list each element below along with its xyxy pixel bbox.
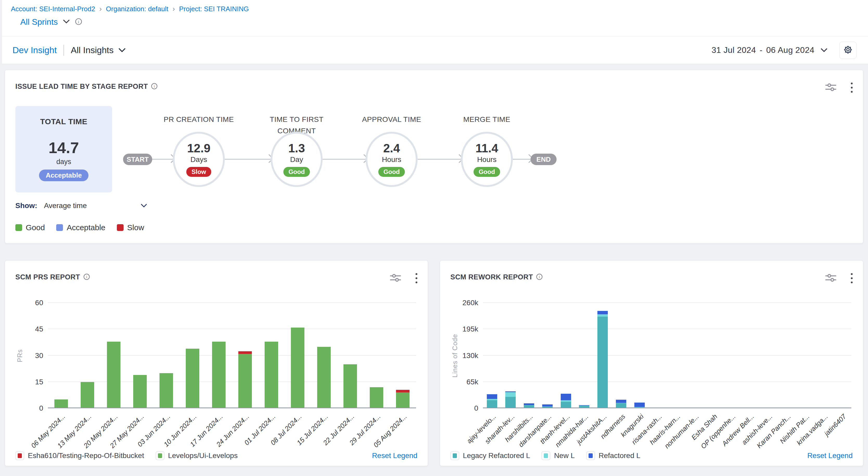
bar-column[interactable] <box>311 303 337 408</box>
stage-approval-time[interactable]: 2.4 Hours Good <box>366 132 417 187</box>
bar-segment[interactable] <box>212 341 225 409</box>
bar-segment[interactable] <box>542 405 553 407</box>
insights-dropdown[interactable]: All Insights <box>71 45 126 55</box>
bar-segment[interactable] <box>133 375 147 408</box>
bar-column[interactable] <box>501 303 520 408</box>
bar-segment[interactable] <box>159 373 173 408</box>
bar-column[interactable] <box>364 303 390 408</box>
bar-column[interactable] <box>206 303 232 408</box>
insights-dropdown-label[interactable]: All Insights <box>71 45 114 55</box>
legend-item-legacy-refactored[interactable]: Legacy Refactored L <box>451 451 530 460</box>
bar-column[interactable] <box>722 303 741 408</box>
bar-column[interactable] <box>649 303 667 408</box>
bar-column[interactable] <box>520 303 538 408</box>
bar-column[interactable] <box>48 303 74 408</box>
bar-column[interactable] <box>667 303 686 408</box>
bar-column[interactable] <box>285 303 311 408</box>
bar-segment[interactable] <box>561 394 571 400</box>
bar-column[interactable] <box>593 303 612 408</box>
show-value[interactable]: Average time <box>44 202 87 210</box>
legend-item-slow[interactable]: Slow <box>117 223 144 232</box>
bar-column[interactable] <box>704 303 722 408</box>
bar-column[interactable] <box>778 303 796 408</box>
chevron-down-icon[interactable] <box>62 19 70 25</box>
sprint-selector[interactable]: All Sprints i <box>20 17 82 27</box>
show-dropdown[interactable]: Show: Average time <box>16 202 148 210</box>
bar-column[interactable] <box>127 303 153 408</box>
stage-time-to-first-comment[interactable]: 1.3 Day Good <box>271 132 323 187</box>
stage-pr-creation-time[interactable]: 12.9 Days Slow <box>173 132 225 187</box>
bar-segment[interactable] <box>54 399 68 408</box>
bar-column[interactable] <box>538 303 557 408</box>
bar-segment[interactable] <box>317 347 331 408</box>
date-range-picker[interactable]: 31 Jul 2024 - 06 Aug 2024 <box>712 45 828 55</box>
bar-column[interactable] <box>100 303 127 408</box>
bar-column[interactable] <box>258 303 285 408</box>
stage-merge-time[interactable]: 11.4 Hours Good <box>461 132 513 187</box>
bar-segment[interactable] <box>291 328 304 408</box>
bar-column[interactable] <box>796 303 815 408</box>
breadcrumb-account[interactable]: Account: SEI-Internal-Prod2 <box>11 5 95 13</box>
bar-column[interactable] <box>337 303 364 408</box>
reset-legend-link[interactable]: Reset Legend <box>807 451 852 460</box>
kebab-menu-icon[interactable] <box>850 272 854 284</box>
legend-item-new[interactable]: New L <box>541 451 575 460</box>
info-icon[interactable]: i <box>83 273 90 281</box>
legend-item-acceptable[interactable]: Acceptable <box>56 223 105 232</box>
breadcrumb-project[interactable]: Project: SEI TRAINING <box>179 5 249 13</box>
bar-segment[interactable] <box>487 394 497 399</box>
bar-column[interactable] <box>741 303 759 408</box>
bar-segment[interactable] <box>597 314 608 317</box>
bar-column[interactable] <box>74 303 100 408</box>
chevron-down-icon[interactable] <box>140 202 148 210</box>
bar-segment[interactable] <box>597 317 608 408</box>
reset-legend-link[interactable]: Reset Legend <box>372 451 417 460</box>
info-icon[interactable]: i <box>75 18 82 26</box>
insight-name[interactable]: Dev Insight <box>12 45 57 55</box>
bar-segment[interactable] <box>597 311 608 314</box>
bar-segment[interactable] <box>186 349 199 409</box>
bar-column[interactable] <box>575 303 593 408</box>
kebab-menu-icon[interactable] <box>414 272 418 284</box>
settings-button[interactable] <box>839 42 857 59</box>
bar-column[interactable] <box>153 303 179 408</box>
bar-segment[interactable] <box>265 341 278 409</box>
gear-icon <box>843 45 853 56</box>
bar-column[interactable] <box>759 303 778 408</box>
bar-column[interactable] <box>232 303 258 408</box>
bar-segment[interactable] <box>343 364 357 408</box>
legend-item-repo-bitbucket[interactable]: Esha610/Testing-Repo-Of-Bitbucket <box>16 451 144 460</box>
info-icon[interactable]: i <box>536 273 543 281</box>
bar-segment[interactable] <box>396 390 409 392</box>
bar-segment[interactable] <box>107 341 121 409</box>
kebab-menu-icon[interactable] <box>850 82 854 94</box>
bar-column[interactable] <box>557 303 575 408</box>
filter-sliders-icon[interactable] <box>825 83 836 93</box>
bar-segment[interactable] <box>487 400 497 408</box>
bar-column[interactable] <box>483 303 501 408</box>
bar-column[interactable] <box>612 303 630 408</box>
bar-segment[interactable] <box>616 400 626 403</box>
bar-segment[interactable] <box>505 392 516 397</box>
bar-column[interactable] <box>686 303 704 408</box>
bar-column[interactable] <box>390 303 416 408</box>
bar-column[interactable] <box>814 303 833 408</box>
bar-segment[interactable] <box>370 387 383 408</box>
bar-column[interactable] <box>630 303 649 408</box>
bar-segment[interactable] <box>238 354 252 408</box>
legend-item-good[interactable]: Good <box>16 223 45 232</box>
sprint-selector-label[interactable]: All Sprints <box>20 17 58 27</box>
bar-column[interactable] <box>179 303 206 408</box>
bar-segment[interactable] <box>81 382 94 408</box>
bar-segment[interactable] <box>396 392 409 408</box>
bar-column[interactable] <box>833 303 851 408</box>
breadcrumb-organization[interactable]: Organization: default <box>106 5 168 13</box>
legend-item-ui-levelops[interactable]: Levelops/Ui-Levelops <box>156 451 238 460</box>
info-icon[interactable]: i <box>151 83 158 91</box>
bar-segment[interactable] <box>505 397 516 408</box>
filter-sliders-icon[interactable] <box>825 273 836 284</box>
bar-segment[interactable] <box>238 351 252 354</box>
legend-item-refactored[interactable]: Refactored L <box>586 451 640 460</box>
filter-sliders-icon[interactable] <box>390 273 401 284</box>
bar-segment[interactable] <box>634 403 645 407</box>
